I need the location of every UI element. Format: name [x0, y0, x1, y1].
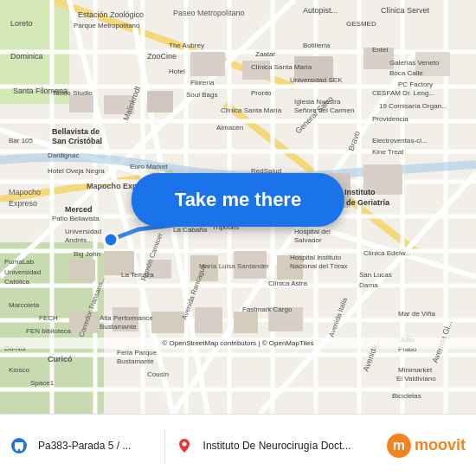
svg-text:Kiosco: Kiosco	[9, 366, 30, 374]
svg-text:Galerías Veneto: Galerías Veneto	[389, 59, 440, 67]
svg-text:San Cristóbal: San Cristóbal	[52, 137, 102, 145]
svg-text:Hospital Instituto: Hospital Instituto	[290, 254, 342, 261]
svg-text:Clínica Santa María: Clínica Santa María	[221, 106, 282, 114]
svg-text:GESMED: GESMED	[346, 20, 376, 28]
svg-text:Nacional del Tórax: Nacional del Tórax	[290, 262, 348, 270]
svg-text:FEN biblioteca: FEN biblioteca	[26, 327, 72, 335]
svg-text:María Luisa Santander: María Luisa Santander	[199, 262, 269, 270]
svg-text:Bar 105: Bar 105	[9, 137, 34, 145]
svg-text:Darna: Darna	[359, 281, 378, 289]
svg-text:Dardignac: Dardignac	[48, 151, 79, 159]
svg-text:Bustamante: Bustamante	[100, 323, 137, 331]
svg-text:Dominica: Dominica	[10, 52, 43, 61]
svg-text:Boca Calle: Boca Calle	[389, 69, 423, 77]
svg-text:Clínica Santa María: Clínica Santa María	[251, 63, 312, 71]
svg-text:Católica: Católica	[4, 278, 29, 286]
moovit-logo-icon: m	[387, 434, 411, 458]
destination-item	[176, 437, 193, 454]
svg-text:Loreto: Loreto	[10, 19, 33, 28]
moovit-logo-text: moovit	[415, 436, 466, 454]
svg-text:Curicó: Curicó	[48, 355, 73, 363]
svg-text:Mapocho: Mapocho	[9, 188, 41, 196]
svg-rect-152	[15, 442, 23, 449]
svg-text:Feria Parque: Feria Parque	[117, 349, 158, 357]
svg-rect-43	[69, 260, 95, 281]
svg-text:Hotel: Hotel	[169, 68, 185, 75]
destination-value: Instituto De Neurocirugía Doct...	[203, 440, 376, 452]
svg-point-154	[20, 448, 23, 451]
svg-text:El Valdiviano: El Valdiviano	[396, 375, 436, 383]
destination-icon	[176, 437, 193, 454]
take-me-there-button[interactable]: Take me there	[132, 173, 344, 227]
svg-point-153	[16, 448, 18, 451]
svg-text:Electroventas-cl...: Electroventas-cl...	[372, 137, 428, 145]
svg-text:Patio Bellavista: Patio Bellavista	[52, 215, 100, 222]
svg-text:Parque Metropolitano: Parque Metropolitano	[74, 22, 140, 29]
svg-text:Minimarket: Minimarket	[398, 366, 433, 374]
svg-text:Clínica Servet: Clínica Servet	[381, 6, 430, 15]
bus-stop-icon	[10, 437, 28, 454]
svg-text:Bustamante: Bustamante	[117, 357, 154, 365]
svg-text:Almacen: Almacen	[216, 124, 243, 132]
svg-text:Alta Performance: Alta Performance	[100, 314, 153, 322]
svg-text:ZooCine: ZooCine	[147, 52, 177, 61]
svg-text:Universidad: Universidad	[65, 228, 101, 235]
svg-text:19 Comisaría   Organ...: 19 Comisaría Organ...	[379, 102, 447, 110]
svg-text:Paseo Metropolitano: Paseo Metropolitano	[173, 9, 245, 17]
svg-text:Zaatar: Zaatar	[255, 50, 275, 58]
origin-text-item: Pa383-Parada 5 / ...	[38, 440, 154, 452]
svg-rect-36	[190, 52, 225, 76]
svg-text:Kine Treat: Kine Treat	[372, 148, 404, 156]
svg-text:Mar de Viña: Mar de Viña	[398, 310, 436, 318]
svg-text:Expreso: Expreso	[9, 199, 37, 208]
svg-text:Merced: Merced	[65, 205, 93, 214]
svg-text:Autopist...: Autopist...	[303, 6, 338, 15]
svg-text:CESFAM Dr. Leng...: CESFAM Dr. Leng...	[372, 89, 434, 97]
bottom-bar: Pa383-Parada 5 / ... Instituto De Neuroc…	[0, 414, 476, 476]
svg-rect-33	[69, 95, 93, 113]
svg-text:San Lucas: San Lucas	[359, 271, 392, 279]
svg-text:Soul Bags: Soul Bags	[186, 91, 217, 99]
svg-text:Botillería: Botillería	[303, 42, 331, 49]
svg-text:Cousin: Cousin	[147, 370, 169, 378]
map-attribution: © OpenStreetMap contributors | © OpenMap…	[0, 338, 476, 349]
svg-text:Euro Market: Euro Market	[130, 163, 168, 170]
svg-text:Bellavista de: Bellavista de	[52, 127, 100, 136]
divider	[164, 428, 165, 463]
svg-text:Andrés...: Andrés...	[65, 236, 93, 244]
svg-text:Bicicletas: Bicicletas	[392, 392, 421, 400]
svg-text:Space1: Space1	[30, 379, 55, 387]
svg-text:Pronto: Pronto	[251, 89, 272, 97]
svg-text:PC Factory: PC Factory	[398, 80, 433, 88]
svg-text:Hotel Oveja Negra: Hotel Oveja Negra	[48, 167, 105, 175]
svg-rect-52	[195, 307, 222, 333]
svg-rect-35	[147, 91, 173, 113]
svg-text:Estación Zoológico: Estación Zoológico	[78, 10, 144, 19]
svg-text:Entel: Entel	[372, 46, 388, 54]
svg-point-155	[182, 441, 186, 446]
svg-rect-51	[151, 312, 184, 333]
svg-text:Clínica Edelw...: Clínica Edelw...	[363, 249, 411, 257]
svg-text:Florería: Florería	[190, 79, 215, 87]
destination-text-item: Instituto De Neurocirugía Doct...	[203, 440, 376, 452]
svg-point-149	[104, 233, 118, 247]
svg-text:Salvador: Salvador	[294, 236, 322, 244]
svg-text:Providencia: Providencia	[372, 115, 408, 123]
svg-rect-53	[234, 312, 258, 333]
origin-item	[10, 437, 28, 454]
svg-text:FECH: FECH	[39, 314, 58, 322]
svg-text:Clínica Astra: Clínica Astra	[268, 280, 307, 287]
map-container: Loreto Dominica Santa Filomena Estación …	[0, 0, 476, 414]
origin-value: Pa383-Parada 5 / ...	[38, 440, 154, 452]
svg-text:Tattoo Studio: Tattoo Studio	[52, 89, 93, 97]
svg-text:Fastmark Cargo: Fastmark Cargo	[242, 306, 293, 313]
svg-text:The Aubrey: The Aubrey	[169, 42, 204, 49]
svg-text:Universidad: Universidad	[4, 268, 41, 276]
moovit-logo: m moovit	[387, 434, 466, 458]
svg-text:Marcoleta: Marcoleta	[9, 301, 40, 309]
svg-text:Hospital del: Hospital del	[294, 228, 331, 235]
svg-text:Universidad SEK: Universidad SEK	[290, 76, 343, 84]
svg-text:Big John: Big John	[74, 250, 100, 258]
app: Loreto Dominica Santa Filomena Estación …	[0, 0, 476, 476]
svg-text:PumaLab: PumaLab	[4, 258, 35, 266]
